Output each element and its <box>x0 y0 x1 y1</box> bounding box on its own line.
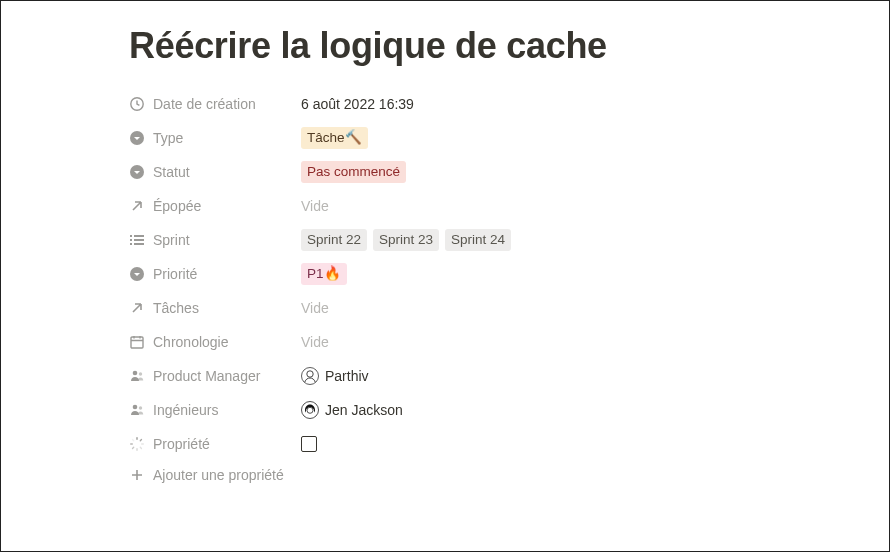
prop-value-eng[interactable]: Jen Jackson <box>301 401 403 419</box>
prop-value-epic[interactable]: Vide <box>301 198 329 214</box>
svg-rect-10 <box>131 337 143 348</box>
priority-tag: P1🔥 <box>301 263 347 285</box>
svg-rect-22 <box>141 443 144 444</box>
svg-rect-25 <box>132 439 135 442</box>
sprint-tag: Sprint 22 <box>301 229 367 251</box>
svg-rect-26 <box>132 446 135 449</box>
prop-value-pm[interactable]: Parthiv <box>301 367 369 385</box>
svg-point-11 <box>133 371 138 376</box>
svg-point-13 <box>302 368 319 385</box>
select-icon <box>129 266 145 282</box>
prop-row-sprint: Sprint Sprint 22 Sprint 23 Sprint 24 <box>129 223 889 257</box>
add-property-label: Ajouter une propriété <box>153 467 284 483</box>
prop-label-status[interactable]: Statut <box>129 164 301 180</box>
prop-value-type[interactable]: Tâche🔨 <box>301 127 368 149</box>
prop-label-text: Type <box>153 130 183 146</box>
prop-value-timeline[interactable]: Vide <box>301 334 329 350</box>
prop-value-priority[interactable]: P1🔥 <box>301 263 347 285</box>
select-icon <box>129 130 145 146</box>
prop-label-text: Chronologie <box>153 334 229 350</box>
status-tag: Pas commencé <box>301 161 406 183</box>
svg-rect-5 <box>130 239 132 241</box>
avatar <box>301 367 319 385</box>
prop-row-eng: Ingénieurs Jen Jackson <box>129 393 889 427</box>
prop-label-text: Product Manager <box>153 368 260 384</box>
prop-row-tasks: Tâches Vide <box>129 291 889 325</box>
person-name: Jen Jackson <box>325 402 403 418</box>
prop-label-text: Date de création <box>153 96 256 112</box>
prop-row-custom: Propriété <box>129 427 889 461</box>
prop-label-text: Ingénieurs <box>153 402 218 418</box>
prop-row-timeline: Chronologie Vide <box>129 325 889 359</box>
prop-label-timeline[interactable]: Chronologie <box>129 334 301 350</box>
prop-value-status[interactable]: Pas commencé <box>301 161 406 183</box>
svg-rect-6 <box>134 239 144 241</box>
person-name: Parthiv <box>325 368 369 384</box>
calendar-icon <box>129 334 145 350</box>
svg-rect-4 <box>134 235 144 237</box>
select-icon <box>129 164 145 180</box>
prop-label-tasks[interactable]: Tâches <box>129 300 301 316</box>
svg-rect-7 <box>130 243 132 245</box>
prop-label-created[interactable]: Date de création <box>129 96 301 112</box>
svg-point-15 <box>133 405 138 410</box>
plus-icon <box>129 467 145 483</box>
person-icon <box>129 402 145 418</box>
person-icon <box>129 368 145 384</box>
prop-label-text: Propriété <box>153 436 210 452</box>
loading-icon <box>129 436 145 452</box>
prop-row-epic: Épopée Vide <box>129 189 889 223</box>
empty-value: Vide <box>301 334 329 350</box>
svg-rect-19 <box>136 437 137 440</box>
prop-label-text: Tâches <box>153 300 199 316</box>
prop-value-created[interactable]: 6 août 2022 16:39 <box>301 96 414 112</box>
checkbox[interactable] <box>301 436 317 452</box>
prop-row-created: Date de création 6 août 2022 16:39 <box>129 87 889 121</box>
svg-rect-3 <box>130 235 132 237</box>
prop-label-epic[interactable]: Épopée <box>129 198 301 214</box>
prop-label-sprint[interactable]: Sprint <box>129 232 301 248</box>
type-tag: Tâche🔨 <box>301 127 368 149</box>
svg-point-16 <box>139 406 142 409</box>
prop-label-pm[interactable]: Product Manager <box>129 368 301 384</box>
svg-rect-8 <box>134 243 144 245</box>
prop-value-custom[interactable] <box>301 436 317 452</box>
prop-row-priority: Priorité P1🔥 <box>129 257 889 291</box>
multiselect-icon <box>129 232 145 248</box>
add-property-button[interactable]: Ajouter une propriété <box>129 461 889 483</box>
svg-rect-21 <box>130 443 133 444</box>
sprint-tag: Sprint 24 <box>445 229 511 251</box>
prop-row-status: Statut Pas commencé <box>129 155 889 189</box>
svg-rect-20 <box>136 448 137 451</box>
created-value: 6 août 2022 16:39 <box>301 96 414 112</box>
sprint-tag: Sprint 23 <box>373 229 439 251</box>
person-chip: Parthiv <box>301 367 369 385</box>
prop-label-custom[interactable]: Propriété <box>129 436 301 452</box>
prop-label-text: Statut <box>153 164 190 180</box>
prop-label-text: Épopée <box>153 198 201 214</box>
svg-rect-24 <box>139 446 142 449</box>
relation-icon <box>129 198 145 214</box>
person-chip: Jen Jackson <box>301 401 403 419</box>
prop-label-eng[interactable]: Ingénieurs <box>129 402 301 418</box>
prop-label-priority[interactable]: Priorité <box>129 266 301 282</box>
svg-point-12 <box>139 372 142 375</box>
svg-point-18 <box>307 407 313 413</box>
clock-icon <box>129 96 145 112</box>
prop-label-type[interactable]: Type <box>129 130 301 146</box>
prop-row-type: Type Tâche🔨 <box>129 121 889 155</box>
svg-rect-23 <box>139 439 142 442</box>
prop-label-text: Sprint <box>153 232 190 248</box>
empty-value: Vide <box>301 300 329 316</box>
relation-icon <box>129 300 145 316</box>
empty-value: Vide <box>301 198 329 214</box>
prop-label-text: Priorité <box>153 266 197 282</box>
prop-value-tasks[interactable]: Vide <box>301 300 329 316</box>
prop-value-sprint[interactable]: Sprint 22 Sprint 23 Sprint 24 <box>301 229 511 251</box>
avatar <box>301 401 319 419</box>
prop-row-pm: Product Manager Parthiv <box>129 359 889 393</box>
page-title[interactable]: Réécrire la logique de cache <box>129 25 889 67</box>
